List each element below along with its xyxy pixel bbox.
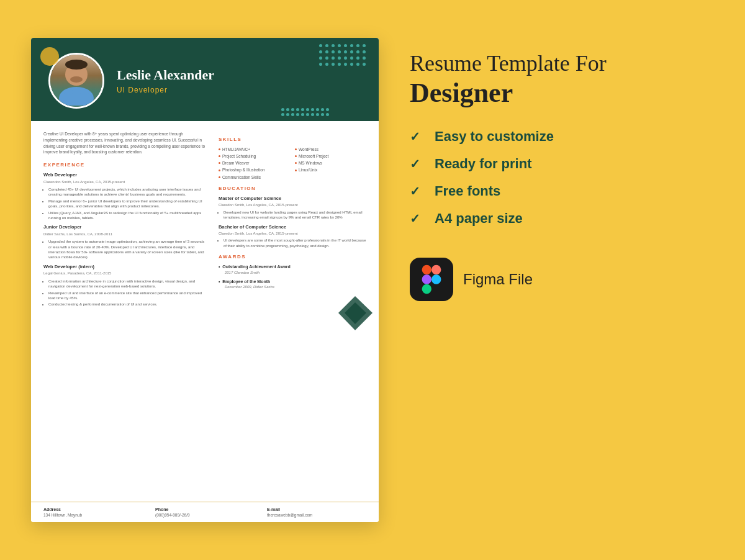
resume-preview: Leslie Alexander UI Developer	[31, 38, 379, 522]
template-title-line2: Designer	[410, 77, 714, 110]
skill-item: HTML/JAVA/C+	[219, 147, 290, 152]
feature-text-1: Easy to customize	[435, 129, 554, 145]
resume-body: Creative UI Developer with 8+ years spen…	[31, 121, 379, 502]
skill-item: Communication Skills	[219, 174, 290, 180]
skill-item: Linux/Unix	[295, 167, 366, 173]
svg-point-4	[63, 89, 73, 95]
feature-item-3: ✓ Free fonts	[410, 183, 714, 199]
job-company-3: Legal Genius, Pasadena, CA, 2011-2015	[43, 271, 206, 276]
template-title-line1: Resume Template For	[410, 50, 714, 77]
resume-title: UI Developer	[117, 86, 361, 94]
edu-degree-2: Bachelor of Computer Science	[219, 224, 366, 231]
skills-grid: HTML/JAVA/C+ WordPress Project Schedulin…	[219, 147, 366, 179]
check-icon-2: ✓	[410, 156, 425, 171]
footer-phone-label: Phone	[155, 507, 255, 512]
figma-badge: Figma File	[410, 258, 714, 301]
feature-item-4: ✓ A4 paper size	[410, 210, 714, 227]
education-section-title: EDUCATION	[219, 185, 366, 192]
resume-name: Leslie Alexander	[117, 67, 361, 83]
job-bullets-2: Upgraded the system to automate image op…	[43, 239, 206, 260]
main-container: Leslie Alexander UI Developer	[19, 19, 726, 541]
award-year-1: 2017 Claredon Smith	[225, 270, 366, 275]
job-bullet: Utilize jQuery, AJAX, and Angular3S to r…	[48, 210, 206, 221]
edu-school-1: Claredon Smith, Los Angeles, CA, 2015-pr…	[219, 202, 366, 207]
skill-item: Dream Weaver	[219, 160, 290, 166]
footer-address-label: Address	[43, 507, 143, 512]
svg-rect-7	[431, 265, 441, 274]
svg-rect-6	[422, 265, 431, 274]
edu-school-2: Claredon Smith, Los Angeles, CA, 2015-pr…	[219, 231, 366, 236]
avatar-image	[50, 55, 102, 107]
job-title-2: Junior Developer	[43, 224, 206, 231]
svg-rect-8	[422, 274, 431, 284]
job-bullet: Conducted testing & performed documentat…	[48, 302, 206, 307]
figma-logo-icon	[420, 264, 443, 294]
experience-section-title: EXPERIENCE	[43, 161, 206, 168]
check-icon-3: ✓	[410, 184, 425, 199]
deco-shape-icon	[338, 296, 372, 330]
award-name-1: • Outstanding Achievement Award	[219, 264, 366, 270]
svg-point-0	[59, 87, 94, 106]
resume-header: Leslie Alexander UI Developer	[31, 38, 379, 121]
header-dots-bottom	[281, 108, 329, 116]
info-panel: Resume Template For Designer ✓ Easy to c…	[404, 38, 714, 301]
award-item-2: • Employee of the Month December 2009, D…	[219, 279, 366, 290]
resume-name-section: Leslie Alexander UI Developer	[117, 67, 361, 94]
job-bullet: Manage and mentor 6+ junior UI developer…	[48, 199, 206, 209]
resume-preview-wrapper: Leslie Alexander UI Developer	[31, 38, 379, 522]
award-year-2: December 2009, Didier Sachs	[225, 284, 366, 289]
svg-point-3	[70, 76, 83, 83]
feature-item-2: ✓ Ready for print	[410, 156, 714, 172]
edu-bullets-1: Developed new UI for website landing pag…	[219, 210, 366, 220]
figma-label: Figma File	[463, 271, 533, 288]
skill-item: Photoshop & Illustration	[219, 167, 290, 173]
resume-summary: Creative UI Developer with 8+ years spen…	[43, 131, 206, 155]
resume-left-col: Creative UI Developer with 8+ years spen…	[43, 131, 206, 495]
resume-right-col: SKILLS HTML/JAVA/C+ WordPress Project Sc…	[219, 131, 366, 495]
svg-point-10	[431, 274, 441, 284]
job-bullet: Created information architecture in conj…	[48, 279, 206, 289]
job-bullet: Upgraded the system to automate image op…	[48, 239, 206, 260]
svg-point-2	[65, 60, 88, 70]
feature-text-3: Free fonts	[435, 183, 500, 199]
header-decoration-circle	[40, 47, 59, 66]
skills-section-title: SKILLS	[219, 136, 366, 143]
features-list: ✓ Easy to customize ✓ Ready for print ✓ …	[410, 129, 714, 227]
footer-address: Address 134 Hilltown, Maynub	[43, 507, 143, 517]
svg-point-5	[79, 89, 89, 95]
job-company-1: Clarendon Smith, Los Angeles, CA, 2015-p…	[43, 179, 206, 184]
edu-bullet: UI developers are some of the most sough…	[224, 238, 366, 248]
job-bullets-3: Created information architecture in conj…	[43, 279, 206, 307]
award-name-2: • Employee of the Month	[219, 279, 366, 285]
skill-item: WordPress	[295, 147, 366, 152]
skill-item: MS Windows	[295, 160, 366, 166]
job-title-1: Web Developer	[43, 172, 206, 179]
check-icon-1: ✓	[410, 129, 425, 144]
edu-degree-1: Master of Computer Science	[219, 196, 366, 202]
edu-bullets-2: UI developers are some of the most sough…	[219, 238, 366, 248]
feature-text-4: A4 paper size	[435, 210, 523, 227]
job-title-3: Web Developer (intern)	[43, 264, 206, 271]
job-bullet: Completed 45+ UI development projects, w…	[48, 187, 206, 197]
footer-phone-value: (000)954-989/-26/9	[155, 513, 255, 517]
feature-text-2: Ready for print	[435, 156, 531, 172]
job-bullets-1: Completed 45+ UI development projects, w…	[43, 187, 206, 220]
header-dots-top	[319, 44, 366, 66]
footer-phone: Phone (000)954-989/-26/9	[155, 507, 255, 517]
footer-email-value: theresawebb@gmail.com	[267, 513, 366, 517]
edu-bullet: Developed new UI for website landing pag…	[224, 210, 366, 220]
figma-icon-container	[410, 258, 453, 301]
footer-email-label: E-mail	[267, 507, 366, 512]
skill-item: Microsoft Project	[295, 153, 366, 159]
feature-item-1: ✓ Easy to customize	[410, 129, 714, 145]
skill-item: Project Scheduling	[219, 153, 290, 159]
check-icon-4: ✓	[410, 211, 425, 226]
resume-footer: Address 134 Hilltown, Maynub Phone (000)…	[31, 502, 379, 522]
svg-rect-9	[422, 284, 431, 294]
job-company-2: Didier Sachs, Los Santos, CA, 2008-2011	[43, 232, 206, 237]
award-item-1: • Outstanding Achievement Award 2017 Cla…	[219, 264, 366, 275]
footer-address-value: 134 Hilltown, Maynub	[43, 513, 143, 517]
job-bullet: Revamped UI and interface of an e-commer…	[48, 291, 206, 301]
footer-email: E-mail theresawebb@gmail.com	[267, 507, 366, 517]
awards-section-title: AWARDS	[219, 253, 366, 260]
